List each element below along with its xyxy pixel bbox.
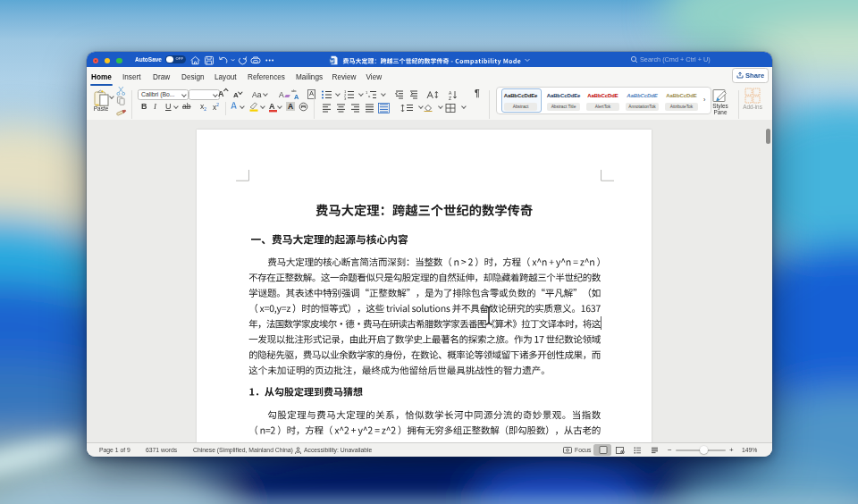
svg-text:3: 3: [344, 97, 347, 100]
svg-text:a: a: [368, 94, 371, 98]
svg-text:Z: Z: [449, 96, 451, 101]
